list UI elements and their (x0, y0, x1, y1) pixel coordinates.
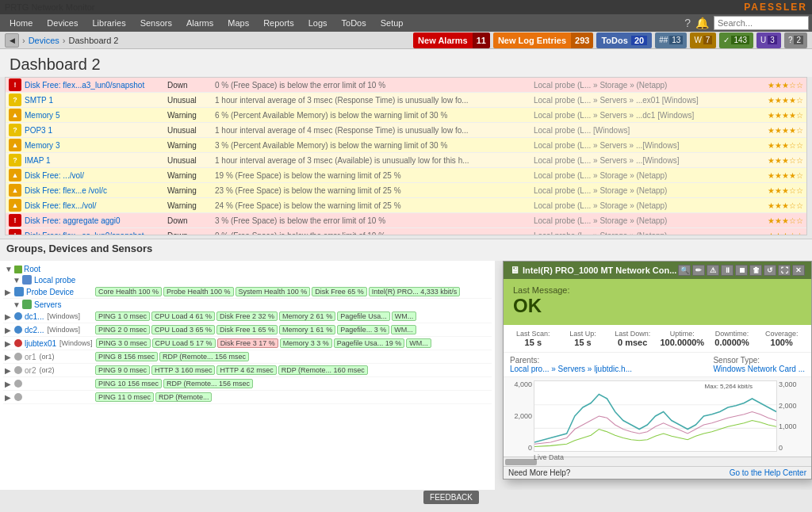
menu-maps[interactable]: Maps (221, 17, 255, 29)
dc2-wm[interactable]: WM... (391, 325, 416, 334)
node2-rdp[interactable]: RDP (Remote... (155, 392, 212, 402)
dc2-ping2[interactable]: PING 2 0 msec (95, 325, 150, 334)
root-expand[interactable]: ▼ (5, 265, 14, 273)
sensor-probe-health[interactable]: Probe Health 100 % (163, 287, 234, 296)
node2-expand[interactable]: ▶ (5, 393, 14, 402)
dc2-label[interactable]: dc2... (25, 326, 44, 334)
or2-rdp[interactable]: RDP (Remote... 160 msec (278, 365, 368, 375)
popup-search-btn[interactable]: 🔍 (678, 265, 691, 276)
popup-pause-btn[interactable]: ⏸ (721, 265, 733, 276)
ljubtex01-wm[interactable]: WM... (406, 338, 431, 348)
ljubtex01-expand[interactable]: ▶ (5, 339, 14, 348)
ljubtex01-page[interactable]: Pagefile Usa... 19 % (334, 338, 405, 348)
menu-logs[interactable]: Logs (302, 17, 334, 29)
sensor-intel-pro[interactable]: Intel(R) PRO... 4,333 kbit/s (369, 287, 461, 296)
menu-libraries[interactable]: Libraries (86, 17, 132, 29)
hash-button[interactable]: ## 13 (655, 32, 687, 48)
local-probe-expand[interactable]: ▼ (13, 276, 22, 285)
node1-rdp[interactable]: RDP (Remote... 156 msec (163, 379, 253, 388)
popup-close-btn[interactable]: ✕ (792, 265, 805, 276)
or1-label[interactable]: or1 (25, 353, 36, 361)
dc2-disk[interactable]: Disk Free 1 65 % (216, 325, 278, 334)
alarm-stars[interactable]: ★★★☆☆ (756, 201, 803, 210)
todos-button[interactable]: ToDos 20 (596, 32, 652, 48)
dc1-label[interactable]: dc1... (25, 312, 44, 321)
ljubtex01-mem[interactable]: Memory 3 3 % (280, 338, 332, 348)
alarm-stars[interactable]: ★★★★☆ (756, 96, 803, 105)
node1-expand[interactable]: ▶ (5, 380, 14, 388)
or1-expand[interactable]: ▶ (5, 353, 14, 361)
alarm-stars[interactable]: ★★★☆☆ (756, 81, 803, 90)
alarm-stars[interactable]: ★★★★☆ (756, 126, 803, 135)
ljubtex01-ping3[interactable]: PING 3 0 msec (96, 338, 151, 348)
popup-alert-btn[interactable]: ⚠ (707, 265, 719, 276)
dc2-expand[interactable]: ▶ (5, 326, 14, 334)
or2-label[interactable]: or2 (25, 366, 36, 375)
popup-edit-btn[interactable]: ✏ (692, 265, 705, 276)
menu-setup[interactable]: Setup (374, 17, 410, 29)
dc2-cpu[interactable]: CPU Load 3 65 % (151, 325, 215, 334)
or2-expand[interactable]: ▶ (5, 366, 14, 375)
alarm-name[interactable]: Disk Free: .../vol/ (25, 171, 167, 180)
menu-reports[interactable]: Reports (257, 17, 301, 29)
or1-rdp[interactable]: RDP (Remote... 156 msec (159, 352, 249, 361)
local-probe-label[interactable]: Local probe (34, 276, 75, 285)
alarm-name[interactable]: Memory 5 (25, 111, 167, 120)
alarm-stars[interactable]: ★★★☆☆ (756, 141, 803, 150)
user-button[interactable]: U 3 (756, 32, 781, 48)
alarm-stars[interactable]: ★★★☆☆ (756, 216, 803, 225)
alarm-stars[interactable]: ★★★☆☆ (756, 156, 803, 165)
dc1-page[interactable]: Pagefile Usa... (337, 311, 390, 321)
dc1-disk[interactable]: Disk Free 2 32 % (216, 311, 278, 321)
alarm-stars[interactable]: ★★★☆☆ (756, 231, 803, 236)
alarm-name[interactable]: Disk Free: flex...a3_lun0/snapshot (25, 81, 167, 90)
or2-http4[interactable]: HTTP 4 62 msec (216, 365, 276, 375)
alarm-name[interactable]: Disk Free: flex...as_lun0/snapshot (25, 231, 167, 236)
dc1-ping1[interactable]: PING 1 0 msec (95, 311, 150, 321)
node2-ping11[interactable]: PING 11 0 msec (95, 392, 154, 402)
popup-stop-btn[interactable]: ⏹ (735, 265, 748, 276)
alarm-stars[interactable]: ★★★★☆ (756, 171, 803, 180)
tree-root-label[interactable]: Root (24, 265, 40, 273)
breadcrumb-devices[interactable]: Devices (29, 36, 59, 45)
or2-ping9[interactable]: PING 9 0 msec (95, 365, 150, 375)
popup-reload-btn[interactable]: ↺ (764, 265, 776, 276)
sensor-system-health[interactable]: System Health 100 % (236, 287, 311, 296)
sensor-type-value[interactable]: Windows Network Card ... (713, 365, 805, 373)
dc1-mem[interactable]: Memory 2 61 % (279, 311, 335, 321)
probe-device-label[interactable]: Probe Device (26, 288, 74, 296)
alarm-name[interactable]: IMAP 1 (25, 156, 167, 165)
parents-value[interactable]: Local pro... » Servers » ljubtdic.h... (510, 365, 632, 373)
ljubtex01-disk[interactable]: Disk Free 3 17 % (217, 338, 278, 348)
menu-todos[interactable]: ToDos (335, 17, 373, 29)
dc1-wm[interactable]: WM... (392, 311, 417, 321)
node1-ping10[interactable]: PING 10 156 msec (95, 379, 162, 388)
bell-icon[interactable]: 🔔 (695, 17, 709, 29)
alarm-name[interactable]: Disk Free: flex.../vol/ (25, 201, 167, 210)
device-tree[interactable]: ▼ Root ▼ Local probe ▶ Probe Device Core… (0, 261, 495, 490)
alarm-name[interactable]: POP3 1 (25, 126, 167, 135)
alarm-name[interactable]: SMTP 1 (25, 96, 167, 105)
popup-delete-btn[interactable]: 🗑 (749, 265, 762, 276)
alarm-name[interactable]: Disk Free: flex...e /vol/c (25, 186, 167, 195)
sensor-disk-free[interactable]: Disk Free 65 % (312, 287, 367, 296)
alarm-stars[interactable]: ★★★★☆ (756, 111, 803, 120)
probe-device-expand[interactable]: ▶ (5, 288, 14, 296)
new-alarms-button[interactable]: New Alarms 11 (413, 32, 490, 48)
menu-home[interactable]: Home (3, 17, 39, 29)
sensor-core-health[interactable]: Core Health 100 % (95, 287, 162, 296)
popup-maximize-btn[interactable]: ⛶ (778, 265, 791, 276)
or2-http3[interactable]: HTTP 3 160 msec (151, 365, 215, 375)
menu-devices[interactable]: Devices (40, 17, 84, 29)
or1-ping8[interactable]: PING 8 156 msec (95, 352, 158, 361)
new-log-button[interactable]: New Log Entries 293 (493, 32, 594, 48)
servers-expand[interactable]: ▼ (13, 300, 22, 309)
question-button[interactable]: ? 2 (784, 32, 807, 48)
alarm-stars[interactable]: ★★★☆☆ (756, 186, 803, 195)
menu-sensors[interactable]: Sensors (134, 17, 178, 29)
dc2-page[interactable]: Pagefile... 3 % (337, 325, 389, 334)
ljubtex01-cpu[interactable]: CPU Load 5 17 % (152, 338, 216, 348)
dc2-mem[interactable]: Memory 1 61 % (279, 325, 335, 334)
help-icon[interactable]: ? (684, 17, 691, 29)
back-icon[interactable]: ◀ (5, 33, 19, 48)
